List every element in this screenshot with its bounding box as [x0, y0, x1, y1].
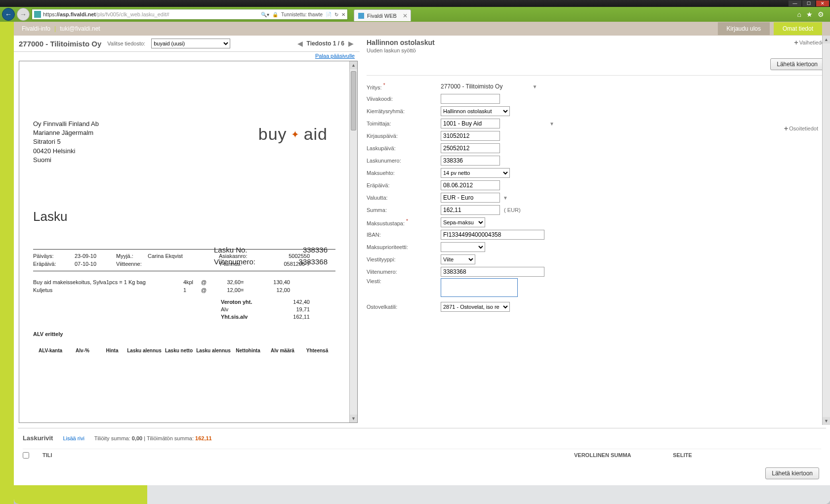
menu-support-email[interactable]: tuki@fivaldi.net: [60, 25, 100, 32]
col-selite: SELITE: [673, 452, 821, 460]
label-toimittaja: Toimittaja:: [367, 121, 441, 126]
file-prev-icon[interactable]: ◀: [296, 40, 304, 47]
favorites-icon[interactable]: ★: [806, 10, 813, 18]
window-close-button[interactable]: ✕: [816, 0, 829, 6]
invoice-numbers: Lasku No.338336 Viitenumero:3383368: [214, 244, 328, 268]
menu-fivaldi-info[interactable]: Fivaldi-info: [22, 25, 50, 32]
input-laskunumero[interactable]: [441, 156, 500, 166]
invoice-title: Lasku: [33, 209, 335, 224]
back-button[interactable]: ←: [2, 8, 15, 21]
search-dropdown-icon[interactable]: 🔍▾: [261, 12, 269, 17]
label-viestityyppi: Viestityyppi:: [367, 256, 441, 262]
input-viitenumero[interactable]: [441, 267, 544, 277]
rows-table-header: TILI VEROLLINEN SUMMA SELITE: [23, 449, 821, 462]
scroll-up-icon[interactable]: ▲: [823, 36, 830, 43]
label-laskunumero: Laskunumero:: [367, 158, 441, 164]
invoice-scrollbar[interactable]: ▲ ▼: [349, 61, 357, 422]
invoice-logo: buy✦aid: [258, 125, 328, 144]
input-laskupaiva[interactable]: [441, 143, 500, 153]
refresh-icon[interactable]: ↻: [334, 12, 338, 17]
input-erapaiva[interactable]: [441, 180, 500, 190]
label-kirjauspaiva: Kirjauspäivä:: [367, 133, 441, 139]
select-all-checkbox[interactable]: [23, 452, 29, 459]
logout-button[interactable]: Kirjaudu ulos: [718, 22, 770, 35]
osoitetiedot-link[interactable]: +Osoitetiedot: [784, 125, 818, 132]
right-panel-subtitle: Uuden laskun syöttö: [367, 47, 435, 53]
dropdown-icon[interactable]: ▼: [532, 84, 537, 89]
value-yritys: 277000 - Tilitoimisto Oy: [441, 83, 502, 90]
label-maksuehto: Maksuehto:: [367, 170, 441, 176]
select-kierratys[interactable]: Hallinnon ostolaskut: [441, 106, 510, 116]
window-maximize-button[interactable]: ☐: [802, 0, 815, 6]
input-kirjauspaiva[interactable]: [441, 131, 500, 141]
scroll-down-icon[interactable]: ▼: [823, 417, 830, 425]
input-viivakoodi[interactable]: [441, 94, 500, 104]
file-select[interactable]: buyaid (uusi): [151, 39, 230, 48]
scroll-up-icon[interactable]: ▲: [350, 61, 357, 69]
label-maksutapa: Maksustustapa: *: [367, 218, 441, 226]
label-kierratys: Kierrätysryhmä:: [367, 108, 441, 114]
right-panel-title: Hallinnon ostolaskut: [367, 39, 435, 46]
browser-nav-bar: ← → https://asp.fivaldi.net/pls/fv005/cl…: [0, 7, 830, 22]
window-minimize-button[interactable]: —: [788, 0, 801, 6]
address-bar[interactable]: https://asp.fivaldi.net/pls/fv005/clk_we…: [32, 9, 348, 20]
right-panel: Hallinnon ostolaskut Uuden laskun syöttö…: [360, 36, 830, 425]
send-circulation-button-top[interactable]: Lähetä kiertoon: [770, 58, 824, 70]
input-summa[interactable]: [441, 205, 500, 215]
lock-icon: 🔒: [272, 12, 278, 17]
select-maksuehto[interactable]: 14 pv netto: [441, 168, 510, 178]
dropdown-icon[interactable]: ▼: [503, 195, 508, 201]
back-to-main-link[interactable]: Palaa pääsivulle: [315, 52, 360, 59]
security-text: Tunnistettu: thawte: [281, 12, 323, 17]
input-iban[interactable]: [441, 230, 544, 240]
footer-bar: [14, 485, 830, 504]
left-accent-bar: [0, 22, 14, 504]
label-erapaiva: Eräpäivä:: [367, 182, 441, 188]
label-ostovelkatili: Ostovelkatili:: [367, 304, 441, 310]
vaihetiedot-link[interactable]: +Vaihetiedot: [794, 39, 826, 46]
top-menu: Fivaldi-info | tuki@fivaldi.net Kirjaudu…: [14, 22, 830, 36]
select-viestityyppi[interactable]: Viite: [441, 254, 475, 264]
send-circulation-button-bottom[interactable]: Lähetä kiertoon: [765, 467, 819, 479]
label-summa: Summa:: [367, 207, 441, 213]
scroll-thumb[interactable]: [351, 71, 356, 130]
invoice-rows-section: Laskurivit Lisää rivi Tiliöity summa: 0,…: [18, 428, 826, 485]
textarea-viesti[interactable]: [441, 278, 518, 297]
alv-section-title: ALV erittely: [33, 331, 335, 337]
label-viesti: Viesti:: [367, 278, 441, 284]
file-next-icon[interactable]: ▶: [347, 40, 355, 47]
home-icon[interactable]: ⌂: [797, 10, 801, 18]
input-toimittaja[interactable]: [441, 119, 500, 128]
invoice-lines: Buy aid makeissekoitus, Sylva1pcs = 1 Kg…: [33, 278, 335, 294]
select-maksutapa[interactable]: Sepa-maksu: [441, 217, 485, 227]
tab-favicon: [358, 13, 364, 19]
stop-icon[interactable]: ✕: [341, 12, 345, 17]
url-text: https://asp.fivaldi.net/pls/fv005/clk_we…: [43, 11, 261, 17]
label-valuutta: Valuutta:: [367, 195, 441, 201]
forward-button[interactable]: →: [17, 8, 30, 21]
rows-title: Laskurivit: [23, 434, 53, 442]
dropdown-icon[interactable]: ▼: [549, 121, 554, 126]
site-favicon: [34, 11, 41, 18]
right-scrollbar[interactable]: ▲ ▼: [822, 36, 830, 425]
tab-close-icon[interactable]: ✕: [403, 12, 408, 19]
tab-strip: Fivaldi WEB ✕: [350, 7, 795, 21]
select-ostovelkatili[interactable]: 2871 - Ostovelat, iso re: [441, 302, 510, 312]
tools-icon[interactable]: ⚙: [818, 10, 824, 18]
label-viivakoodi: Viivakoodi:: [367, 96, 441, 102]
compat-icon[interactable]: 📄: [326, 12, 332, 17]
col-tili: TILI: [42, 452, 574, 460]
url-controls: 🔍▾ 🔒 Tunnistettu: thawte 📄 ↻ ✕: [261, 12, 345, 17]
invoice-form: Yritys: *277000 - Tilitoimisto Oy▼ Viiva…: [367, 76, 826, 316]
label-maksuprio: Maksuprioriteetti:: [367, 244, 441, 250]
invoice-viewer: buy✦aid Oy Finnvalli Finland Ab Marianne…: [19, 61, 358, 423]
own-info-button[interactable]: Omat tiedot: [774, 22, 822, 35]
scroll-down-icon[interactable]: ▼: [350, 415, 357, 422]
tab-title: Fivaldi WEB: [367, 13, 397, 19]
file-select-label: Valitse tiedosto:: [107, 41, 145, 46]
add-row-link[interactable]: Lisää rivi: [63, 435, 84, 441]
select-maksuprio[interactable]: [441, 242, 485, 252]
left-panel: 277000 - Tilitoimisto Oy Valitse tiedost…: [14, 36, 360, 425]
input-valuutta[interactable]: [441, 193, 500, 203]
browser-tab[interactable]: Fivaldi WEB ✕: [354, 9, 411, 21]
